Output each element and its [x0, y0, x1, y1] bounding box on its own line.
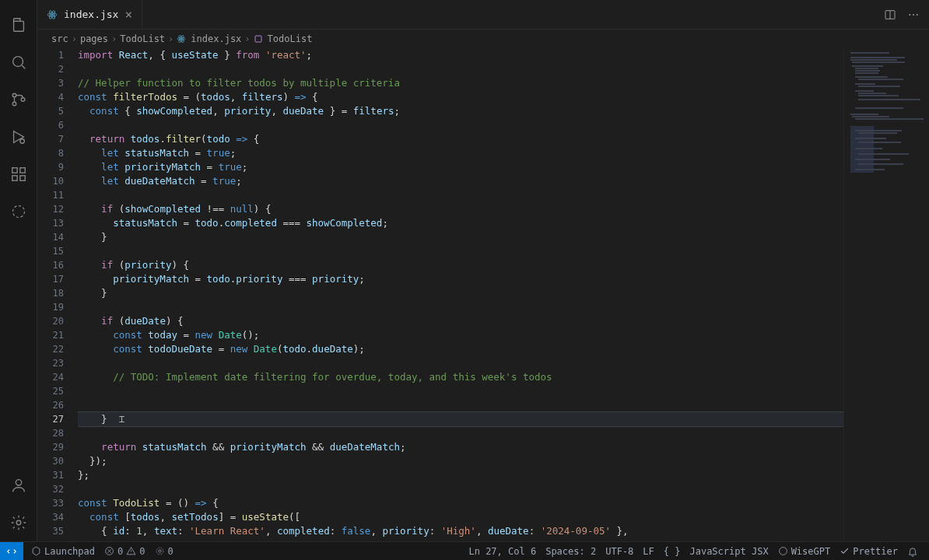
chevron-right-icon: ›: [111, 33, 117, 44]
breadcrumbs[interactable]: src › pages › TodoList › index.jsx › Tod…: [37, 30, 929, 48]
encoding-button[interactable]: UTF-8: [601, 546, 638, 557]
extensions-icon[interactable]: [0, 156, 37, 193]
breadcrumb-item[interactable]: src: [51, 33, 68, 44]
svg-point-19: [917, 14, 918, 16]
accounts-icon[interactable]: [0, 467, 37, 504]
settings-icon[interactable]: [0, 504, 37, 541]
svg-point-26: [158, 550, 160, 552]
split-editor-icon[interactable]: [884, 9, 896, 21]
activity-bar: [0, 0, 37, 541]
tab-filename: index.jsx: [64, 9, 118, 20]
react-file-icon: [177, 34, 186, 44]
svg-rect-24: [255, 36, 261, 42]
tab-index-jsx[interactable]: index.jsx ×: [37, 0, 142, 29]
svg-point-9: [12, 206, 24, 218]
svg-point-17: [909, 14, 910, 16]
svg-rect-7: [19, 176, 24, 180]
status-bar: Launchpad 0 0 0 Ln 27, Col 6 Spaces: 2 U…: [0, 541, 929, 560]
symbol-icon: [254, 34, 263, 44]
svg-point-10: [16, 480, 21, 485]
svg-point-4: [19, 139, 24, 144]
ports-button[interactable]: 0: [150, 546, 178, 557]
language-button[interactable]: JavaScript JSX: [685, 546, 773, 557]
error-count: 0: [117, 546, 123, 557]
tab-bar: index.jsx ×: [37, 0, 929, 30]
minimap[interactable]: [843, 48, 929, 541]
notifications-icon[interactable]: [903, 546, 923, 557]
prettier-button[interactable]: Prettier: [835, 546, 903, 557]
loading-icon[interactable]: [0, 193, 37, 230]
search-icon[interactable]: [0, 44, 37, 81]
svg-rect-5: [12, 168, 16, 173]
chevron-right-icon: ›: [72, 33, 77, 44]
more-actions-icon[interactable]: [907, 9, 920, 21]
explorer-icon[interactable]: [0, 6, 37, 44]
svg-point-18: [913, 14, 914, 16]
close-icon[interactable]: ×: [124, 7, 132, 22]
svg-point-2: [12, 102, 16, 106]
problems-button[interactable]: 0 0: [100, 546, 149, 557]
wisegpt-button[interactable]: WiseGPT: [773, 546, 836, 557]
svg-point-12: [51, 13, 53, 15]
svg-point-28: [779, 548, 787, 555]
svg-point-11: [16, 520, 21, 525]
breadcrumb-item[interactable]: pages: [80, 33, 108, 44]
svg-point-20: [181, 38, 182, 40]
breadcrumb-item[interactable]: TodoList: [120, 33, 165, 44]
indentation-button[interactable]: Spaces: 2: [541, 546, 601, 557]
line-gutter: 1234567891011121314151617181920212223242…: [37, 48, 78, 541]
chevron-right-icon: ›: [244, 33, 250, 44]
launchpad-button[interactable]: Launchpad: [26, 546, 100, 557]
chevron-right-icon: ›: [168, 33, 174, 44]
warning-count: 0: [139, 546, 145, 557]
ports-count: 0: [168, 546, 174, 557]
svg-rect-6: [12, 176, 16, 180]
svg-point-27: [156, 548, 163, 555]
svg-point-0: [12, 57, 23, 67]
launchpad-label: Launchpad: [44, 546, 95, 557]
cursor-position[interactable]: Ln 27, Col 6: [464, 546, 541, 557]
braces-button[interactable]: { }: [659, 546, 685, 557]
eol-button[interactable]: LF: [638, 546, 658, 557]
svg-point-1: [12, 93, 16, 97]
breadcrumb-item[interactable]: TodoList: [268, 33, 313, 44]
code-area[interactable]: import React, { useState } from 'react';…: [78, 48, 843, 541]
react-file-icon: [47, 9, 58, 20]
breadcrumb-item[interactable]: index.jsx: [191, 33, 241, 44]
svg-point-3: [21, 98, 25, 102]
source-control-icon[interactable]: [0, 81, 37, 118]
editor[interactable]: 1234567891011121314151617181920212223242…: [37, 48, 929, 541]
run-debug-icon[interactable]: [0, 118, 37, 156]
svg-rect-8: [19, 168, 24, 173]
remote-button[interactable]: [0, 542, 23, 561]
